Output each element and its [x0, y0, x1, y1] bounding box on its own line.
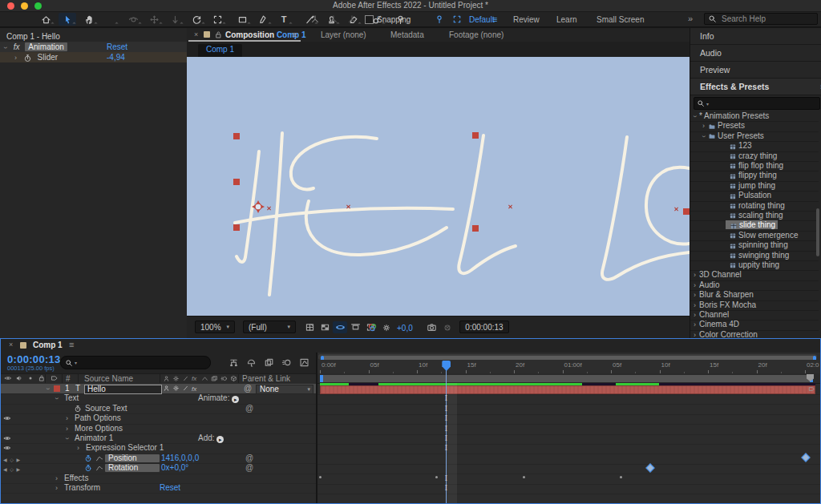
workspace-tab-default[interactable]: Default — [469, 15, 495, 24]
expander-icon[interactable]: › — [698, 135, 708, 138]
property-name[interactable]: Position — [105, 454, 160, 462]
dolly-camera-tool[interactable] — [166, 13, 184, 26]
property-group-name[interactable]: Path Options — [75, 413, 121, 423]
preset-tree-item[interactable]: ›Boris FX Mocha — [690, 300, 819, 311]
preset-tree-item[interactable]: rotating thing — [690, 201, 819, 212]
grid-options-icon[interactable] — [302, 321, 317, 333]
preset-tree-item[interactable]: Slow emergence — [690, 231, 819, 241]
workspace-tab-review[interactable]: Review — [513, 15, 540, 24]
magnification-dropdown[interactable]: 100%▾ — [195, 321, 235, 333]
collapsed-panel-info[interactable]: Info — [690, 28, 821, 45]
effect-expander-icon[interactable]: › — [0, 46, 10, 49]
tab-metadata[interactable]: Metadata — [390, 30, 424, 39]
timeline-row-path-options[interactable]: ›Path Options — [1, 413, 316, 424]
tab-footage[interactable]: Footage (none) — [449, 30, 504, 39]
marker-flag-icon[interactable] — [808, 385, 815, 393]
expander-icon[interactable]: › — [66, 413, 68, 423]
timeline-row-expression-selector-1[interactable]: ›Expression Selector 1 — [1, 443, 316, 454]
property-value[interactable]: 0x+0,0° — [161, 463, 188, 473]
slider-property-name[interactable]: Slider — [38, 53, 59, 62]
preset-tree-item[interactable]: flip flop thing — [690, 161, 819, 171]
zoom-tool[interactable] — [101, 13, 119, 26]
timeline-row-more-options[interactable]: ›More Options — [1, 424, 316, 434]
timeline-row-position[interactable]: ◀ ◇ ▶Position1416,0,0,0@ — [1, 454, 316, 464]
stopwatch-icon[interactable] — [84, 464, 92, 472]
timeline-search-box[interactable]: ▾ — [60, 356, 211, 369]
preset-tree-item[interactable]: slide thing — [690, 220, 819, 231]
presets-search-input[interactable] — [710, 97, 810, 111]
expander-icon[interactable]: › — [55, 474, 58, 483]
viewer-menu-icon[interactable]: ≡ — [292, 30, 297, 39]
property-group-name[interactable]: Source Text — [85, 404, 127, 413]
snapping-checkbox[interactable] — [365, 15, 374, 24]
effect-name[interactable]: Animation — [25, 42, 67, 51]
tab-timeline-comp1[interactable]: Comp 1 — [33, 341, 63, 349]
layer-row-hello[interactable]: › 1 T Hello fx @ None ▾ — [1, 384, 316, 394]
pickwhip-icon[interactable]: @ — [245, 404, 253, 413]
composition-canvas[interactable] — [187, 57, 690, 316]
slider-expander-icon[interactable]: › — [14, 53, 17, 63]
preset-tree-item[interactable]: crazy thing — [690, 151, 819, 162]
composition-mini-flowchart-icon[interactable] — [225, 356, 241, 369]
unlock-icon[interactable] — [214, 30, 223, 39]
expander-icon[interactable]: › — [694, 320, 696, 329]
time-navigator-track[interactable] — [318, 354, 817, 360]
exposure-value[interactable]: +0,0 — [397, 324, 413, 333]
timeline-row-animator-1[interactable]: ›Animator 1Add: ▸ — [1, 433, 316, 444]
preset-tree-item[interactable]: Pulsation — [690, 191, 819, 201]
collapsed-panel-preview[interactable]: Preview — [690, 62, 821, 79]
workspace-tab-learn[interactable]: Learn — [556, 15, 577, 24]
stopwatch-icon[interactable] — [23, 54, 32, 62]
snapshot-camera-icon[interactable] — [424, 321, 439, 333]
workspace-overflow-icon[interactable]: » — [688, 14, 693, 23]
property-name[interactable]: Rotation — [105, 464, 160, 472]
property-group-name[interactable]: Animator 1 — [75, 433, 113, 443]
preset-tree-item[interactable]: ›Channel — [690, 310, 819, 321]
property-group-name[interactable]: More Options — [75, 424, 123, 433]
timeline-row-transform[interactable]: ›TransformReset — [1, 483, 316, 494]
draft-3d-icon[interactable] — [243, 356, 259, 369]
sun-switch[interactable] — [172, 385, 180, 392]
type-tool[interactable]: T — [275, 13, 293, 26]
local-axis-button[interactable] — [306, 13, 324, 26]
hand-tool[interactable] — [80, 13, 98, 26]
expander-icon[interactable]: › — [694, 310, 696, 320]
timeline-row-text[interactable]: ›TextAnimate: ▸ — [1, 393, 316, 404]
preset-tree-item[interactable]: 123 — [690, 141, 819, 151]
expander-icon[interactable]: › — [55, 483, 58, 493]
rotation-tool[interactable] — [188, 13, 205, 26]
property-group-name[interactable]: Text — [64, 393, 79, 403]
presets-scrollbar[interactable] — [816, 208, 819, 256]
preset-tree-item[interactable]: ›Cinema 4D — [690, 320, 819, 330]
transparency-grid-icon[interactable] — [317, 321, 332, 333]
timeline-row-source-text[interactable]: Source Text@ — [1, 404, 316, 414]
expander-icon[interactable]: › — [51, 397, 61, 400]
effects-presets-header[interactable]: Effects & Presets ≡ — [690, 79, 821, 95]
timeline-row-rotation[interactable]: ◀ ◇ ▶Rotation0x+0,0°@ — [1, 463, 316, 474]
selection-handle[interactable] — [233, 133, 240, 139]
shy-switch[interactable] — [163, 385, 170, 392]
expander-icon[interactable]: › — [690, 115, 700, 118]
expander-icon[interactable]: › — [694, 330, 696, 338]
pen-tool[interactable] — [254, 13, 272, 26]
preset-tree-item[interactable]: scaling thing — [690, 211, 819, 221]
home-tool[interactable] — [37, 13, 55, 26]
source-name-column[interactable]: Source Name — [84, 374, 133, 383]
timeline-row-effects[interactable]: ›Effects — [1, 474, 316, 484]
property-value[interactable]: 1416,0,0,0 — [161, 454, 199, 463]
exposure-gear-icon[interactable] — [379, 321, 394, 333]
collapsed-panel-audio[interactable]: Audio — [690, 45, 821, 62]
layer-name-field[interactable]: Hello — [84, 385, 162, 394]
mask-visibility-icon[interactable] — [333, 321, 347, 333]
orbit-camera-tool[interactable] — [124, 13, 142, 26]
preset-tree-item[interactable]: swinging thing — [690, 251, 819, 261]
work-area-start-handle[interactable] — [320, 375, 323, 382]
workspace-tab-small-screen[interactable]: Small Screen — [597, 15, 644, 24]
channel-colors-icon[interactable] — [365, 321, 379, 333]
help-search-input[interactable] — [720, 14, 811, 24]
preset-tree-item[interactable]: ›Presets — [690, 121, 819, 131]
reset-link[interactable]: Reset — [160, 483, 180, 493]
work-area-bar[interactable] — [320, 375, 813, 382]
selection-handle[interactable] — [472, 225, 479, 232]
world-axis-button[interactable] — [325, 13, 342, 26]
